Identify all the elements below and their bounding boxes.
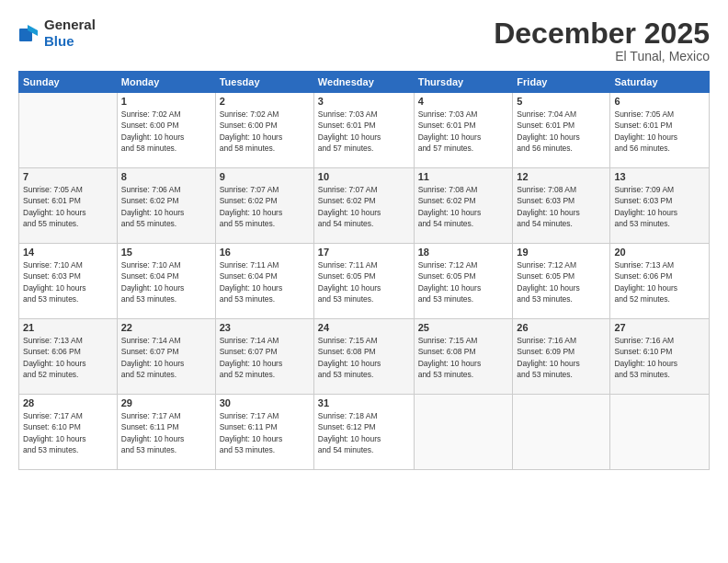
- header-sunday: Sunday: [19, 72, 118, 93]
- table-row: 29Sunrise: 7:17 AM Sunset: 6:11 PM Dayli…: [117, 395, 215, 470]
- calendar-week-row: 7Sunrise: 7:05 AM Sunset: 6:01 PM Daylig…: [19, 168, 710, 244]
- day-info: Sunrise: 7:08 AM Sunset: 6:03 PM Dayligh…: [517, 184, 606, 229]
- day-number: 9: [220, 171, 310, 182]
- day-number: 17: [318, 247, 410, 258]
- header-thursday: Thursday: [414, 72, 513, 93]
- table-row: 28Sunrise: 7:17 AM Sunset: 6:10 PM Dayli…: [19, 395, 118, 470]
- title-block: December 2025 El Tunal, Mexico: [494, 17, 710, 63]
- table-row: 24Sunrise: 7:15 AM Sunset: 6:08 PM Dayli…: [313, 319, 414, 395]
- table-row: 18Sunrise: 7:12 AM Sunset: 6:05 PM Dayli…: [414, 244, 513, 319]
- table-row: 8Sunrise: 7:06 AM Sunset: 6:02 PM Daylig…: [117, 168, 215, 244]
- logo-blue: Blue: [44, 33, 74, 49]
- calendar-week-row: 14Sunrise: 7:10 AM Sunset: 6:03 PM Dayli…: [19, 244, 710, 319]
- table-row: [19, 93, 118, 168]
- header-wednesday: Wednesday: [313, 72, 414, 93]
- day-info: Sunrise: 7:03 AM Sunset: 6:01 PM Dayligh…: [418, 109, 509, 154]
- table-row: 19Sunrise: 7:12 AM Sunset: 6:05 PM Dayli…: [513, 244, 610, 319]
- table-row: 14Sunrise: 7:10 AM Sunset: 6:03 PM Dayli…: [19, 244, 118, 319]
- day-number: 16: [220, 247, 310, 258]
- table-row: 21Sunrise: 7:13 AM Sunset: 6:06 PM Dayli…: [19, 319, 118, 395]
- day-info: Sunrise: 7:07 AM Sunset: 6:02 PM Dayligh…: [220, 184, 310, 229]
- day-number: 11: [418, 171, 509, 182]
- day-info: Sunrise: 7:05 AM Sunset: 6:01 PM Dayligh…: [614, 109, 705, 154]
- table-row: 2Sunrise: 7:02 AM Sunset: 6:00 PM Daylig…: [215, 93, 313, 168]
- logo: General Blue: [18, 17, 96, 50]
- day-number: 25: [418, 322, 509, 333]
- day-info: Sunrise: 7:10 AM Sunset: 6:04 PM Dayligh…: [121, 259, 211, 304]
- table-row: 26Sunrise: 7:16 AM Sunset: 6:09 PM Dayli…: [513, 319, 610, 395]
- day-info: Sunrise: 7:10 AM Sunset: 6:03 PM Dayligh…: [23, 259, 113, 304]
- day-info: Sunrise: 7:11 AM Sunset: 6:05 PM Dayligh…: [318, 259, 410, 304]
- calendar-week-row: 28Sunrise: 7:17 AM Sunset: 6:10 PM Dayli…: [19, 395, 710, 470]
- day-number: 8: [121, 171, 211, 182]
- day-number: 22: [121, 322, 211, 333]
- day-number: 15: [121, 247, 211, 258]
- day-info: Sunrise: 7:17 AM Sunset: 6:11 PM Dayligh…: [121, 410, 211, 455]
- day-info: Sunrise: 7:13 AM Sunset: 6:06 PM Dayligh…: [614, 259, 705, 304]
- calendar-header-row: Sunday Monday Tuesday Wednesday Thursday…: [19, 72, 710, 93]
- header-saturday: Saturday: [610, 72, 710, 93]
- header: General Blue December 2025 El Tunal, Mex…: [18, 17, 710, 63]
- day-info: Sunrise: 7:09 AM Sunset: 6:03 PM Dayligh…: [614, 184, 705, 229]
- table-row: 4Sunrise: 7:03 AM Sunset: 6:01 PM Daylig…: [414, 93, 513, 168]
- header-friday: Friday: [513, 72, 610, 93]
- day-number: 30: [220, 397, 310, 408]
- logo-icon: [18, 23, 39, 43]
- table-row: 6Sunrise: 7:05 AM Sunset: 6:01 PM Daylig…: [610, 93, 710, 168]
- day-number: 7: [23, 171, 113, 182]
- location-title: El Tunal, Mexico: [494, 49, 710, 63]
- table-row: 3Sunrise: 7:03 AM Sunset: 6:01 PM Daylig…: [313, 93, 414, 168]
- day-number: 24: [318, 322, 410, 333]
- table-row: 7Sunrise: 7:05 AM Sunset: 6:01 PM Daylig…: [19, 168, 118, 244]
- calendar-table: Sunday Monday Tuesday Wednesday Thursday…: [18, 71, 710, 470]
- day-info: Sunrise: 7:17 AM Sunset: 6:10 PM Dayligh…: [23, 410, 113, 455]
- table-row: 12Sunrise: 7:08 AM Sunset: 6:03 PM Dayli…: [513, 168, 610, 244]
- day-info: Sunrise: 7:14 AM Sunset: 6:07 PM Dayligh…: [121, 335, 211, 380]
- day-number: 14: [23, 247, 113, 258]
- day-number: 4: [418, 96, 509, 107]
- calendar-week-row: 21Sunrise: 7:13 AM Sunset: 6:06 PM Dayli…: [19, 319, 710, 395]
- logo-general: General: [44, 17, 96, 32]
- day-number: 28: [23, 397, 113, 408]
- table-row: 17Sunrise: 7:11 AM Sunset: 6:05 PM Dayli…: [313, 244, 414, 319]
- table-row: 23Sunrise: 7:14 AM Sunset: 6:07 PM Dayli…: [215, 319, 313, 395]
- day-info: Sunrise: 7:16 AM Sunset: 6:09 PM Dayligh…: [517, 335, 606, 380]
- table-row: 31Sunrise: 7:18 AM Sunset: 6:12 PM Dayli…: [313, 395, 414, 470]
- day-number: 3: [318, 96, 410, 107]
- table-row: 13Sunrise: 7:09 AM Sunset: 6:03 PM Dayli…: [610, 168, 710, 244]
- header-tuesday: Tuesday: [215, 72, 313, 93]
- header-monday: Monday: [117, 72, 215, 93]
- month-title: December 2025: [494, 17, 710, 51]
- day-number: 12: [517, 171, 606, 182]
- day-info: Sunrise: 7:15 AM Sunset: 6:08 PM Dayligh…: [318, 335, 410, 380]
- table-row: 5Sunrise: 7:04 AM Sunset: 6:01 PM Daylig…: [513, 93, 610, 168]
- day-number: 23: [220, 322, 310, 333]
- calendar-week-row: 1Sunrise: 7:02 AM Sunset: 6:00 PM Daylig…: [19, 93, 710, 168]
- page: General Blue December 2025 El Tunal, Mex…: [0, 0, 728, 563]
- table-row: 16Sunrise: 7:11 AM Sunset: 6:04 PM Dayli…: [215, 244, 313, 319]
- day-info: Sunrise: 7:02 AM Sunset: 6:00 PM Dayligh…: [121, 109, 211, 154]
- day-info: Sunrise: 7:06 AM Sunset: 6:02 PM Dayligh…: [121, 184, 211, 229]
- day-number: 20: [614, 247, 705, 258]
- day-number: 19: [517, 247, 606, 258]
- day-number: 31: [318, 397, 410, 408]
- table-row: [414, 395, 513, 470]
- table-row: 30Sunrise: 7:17 AM Sunset: 6:11 PM Dayli…: [215, 395, 313, 470]
- day-info: Sunrise: 7:08 AM Sunset: 6:02 PM Dayligh…: [418, 184, 509, 229]
- day-info: Sunrise: 7:04 AM Sunset: 6:01 PM Dayligh…: [517, 109, 606, 154]
- day-info: Sunrise: 7:05 AM Sunset: 6:01 PM Dayligh…: [23, 184, 113, 229]
- day-info: Sunrise: 7:03 AM Sunset: 6:01 PM Dayligh…: [318, 109, 410, 154]
- logo-text: General Blue: [44, 17, 96, 50]
- day-info: Sunrise: 7:13 AM Sunset: 6:06 PM Dayligh…: [23, 335, 113, 380]
- table-row: [513, 395, 610, 470]
- day-number: 10: [318, 171, 410, 182]
- day-number: 26: [517, 322, 606, 333]
- table-row: 1Sunrise: 7:02 AM Sunset: 6:00 PM Daylig…: [117, 93, 215, 168]
- day-number: 6: [614, 96, 705, 107]
- day-info: Sunrise: 7:12 AM Sunset: 6:05 PM Dayligh…: [517, 259, 606, 304]
- table-row: 11Sunrise: 7:08 AM Sunset: 6:02 PM Dayli…: [414, 168, 513, 244]
- day-number: 13: [614, 171, 705, 182]
- day-number: 2: [220, 96, 310, 107]
- day-info: Sunrise: 7:18 AM Sunset: 6:12 PM Dayligh…: [318, 410, 410, 455]
- table-row: 15Sunrise: 7:10 AM Sunset: 6:04 PM Dayli…: [117, 244, 215, 319]
